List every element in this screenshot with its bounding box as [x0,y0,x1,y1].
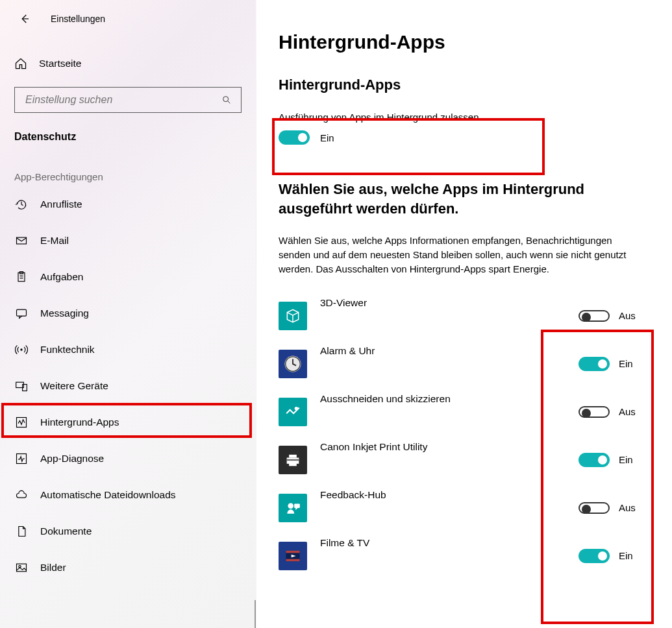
cloud-icon [14,489,29,501]
svg-point-0 [223,97,229,102]
app-toggle[interactable] [579,502,610,514]
sidebar-item-label: Hintergrund-Apps [40,417,119,428]
sidebar-item-label: Aufgaben [40,271,83,283]
clipboard-icon [14,271,29,284]
svg-rect-16 [289,454,297,457]
sidebar-item-activity[interactable]: Hintergrund-Apps [0,404,256,441]
sidebar-scrollbar[interactable] [255,600,256,628]
window-title: Einstellungen [51,14,105,24]
app-name: Canon Inkjet Print Utility [320,441,579,453]
svg-rect-17 [289,462,297,466]
app-icon [279,494,307,522]
chat-icon [14,307,29,320]
search-input[interactable] [24,93,221,106]
app-name: Filme & TV [320,537,579,549]
arrow-left-icon [19,13,31,25]
sidebar-nav: AnruflisteE-MailAufgabenMessagingFunktec… [0,186,256,628]
sidebar-home-label: Startseite [39,58,81,69]
app-icon [279,542,307,570]
svg-point-5 [20,348,22,350]
app-toggle[interactable] [579,549,610,563]
sidebar-item-label: Dokumente [40,525,92,537]
page-title: Hintergrund-Apps [279,31,655,53]
main-panel: Hintergrund-Apps Hintergrund-Apps Ausfüh… [256,0,672,628]
master-toggle-label: Ausführung von Apps im Hintergrund zulas… [279,112,545,123]
app-toggle-state: Aus [619,502,636,513]
sidebar-item-picture[interactable]: Bilder [0,550,256,586]
svg-rect-1 [17,237,27,244]
app-row: Feedback-HubAus [279,484,655,532]
search-input-wrap[interactable] [14,87,242,113]
home-icon [14,57,27,70]
app-row: Canon Inkjet Print UtilityEin [279,436,655,484]
sidebar: Einstellungen Startseite Datenschutz App… [0,0,256,628]
app-toggle[interactable] [579,406,610,418]
master-toggle[interactable] [279,130,310,145]
activity-icon [14,416,29,429]
devices-icon [14,380,29,392]
svg-rect-18 [287,459,299,460]
sidebar-item-mail[interactable]: E-Mail [0,223,256,259]
svg-point-19 [288,503,293,509]
svg-point-14 [295,407,298,410]
app-toggle-state: Ein [619,454,633,465]
sidebar-item-chat[interactable]: Messaging [0,295,256,332]
app-name: Ausschneiden und skizzieren [320,393,579,405]
sidebar-item-label: Weitere Geräte [40,380,108,392]
app-name: Alarm & Uhr [320,345,579,357]
svg-rect-10 [17,564,27,572]
document-icon [14,525,29,538]
app-toggle[interactable] [579,357,610,371]
app-icon [279,398,307,426]
sidebar-item-label: E-Mail [40,235,69,247]
app-toggle[interactable] [579,310,610,322]
choose-desc: Wählen Sie aus, welche Apps Informatione… [279,234,639,276]
picture-icon [14,561,29,574]
svg-rect-23 [286,559,300,561]
app-icon [279,350,307,378]
app-row: Ausschneiden und skizzierenAus [279,388,655,436]
section-subtitle: Hintergrund-Apps [279,77,655,93]
diagnose-icon [14,452,29,465]
app-icon [279,302,307,330]
app-toggle-state: Aus [619,310,636,321]
sidebar-item-label: Anrufliste [40,199,82,210]
svg-rect-20 [294,503,300,508]
sidebar-item-label: App-Diagnose [40,453,104,465]
app-row: Filme & TVEin [279,532,655,580]
sidebar-item-devices[interactable]: Weitere Geräte [0,368,256,404]
svg-rect-22 [286,550,300,553]
sidebar-item-cloud[interactable]: Automatische Dateidownloads [0,477,256,513]
app-toggle-state: Aus [619,406,636,417]
history-icon [14,198,29,211]
master-toggle-state: Ein [320,132,334,143]
app-list: 3D-ViewerAusAlarm & UhrEinAusschneiden u… [279,292,655,580]
sidebar-section: App-Berechtigungen [0,148,256,186]
choose-title: Wählen Sie aus, welche Apps im Hintergru… [279,180,655,218]
sidebar-item-clipboard[interactable]: Aufgaben [0,259,256,295]
svg-rect-8 [17,418,27,428]
radio-icon [14,343,29,356]
app-name: 3D-Viewer [320,297,579,309]
mail-icon [14,234,29,247]
svg-rect-4 [17,309,27,316]
app-toggle-state: Ein [619,358,633,369]
app-row: Alarm & UhrEin [279,340,655,388]
search-icon [221,95,232,105]
sidebar-item-label: Automatische Dateidownloads [40,489,176,501]
app-name: Feedback-Hub [320,489,579,501]
sidebar-item-document[interactable]: Dokumente [0,513,256,550]
sidebar-item-radio[interactable]: Funktechnik [0,332,256,368]
back-button[interactable] [12,6,38,32]
app-icon [279,446,307,474]
sidebar-item-label: Bilder [40,562,66,574]
sidebar-item-label: Funktechnik [40,344,95,356]
sidebar-item-diagnose[interactable]: App-Diagnose [0,441,256,477]
sidebar-item-history[interactable]: Anrufliste [0,186,256,223]
app-row: 3D-ViewerAus [279,292,655,340]
sidebar-home[interactable]: Startseite [0,48,256,79]
sidebar-item-label: Messaging [40,308,89,319]
app-toggle-state: Ein [619,550,633,561]
app-toggle[interactable] [579,453,610,467]
sidebar-category: Datenschutz [0,113,256,148]
